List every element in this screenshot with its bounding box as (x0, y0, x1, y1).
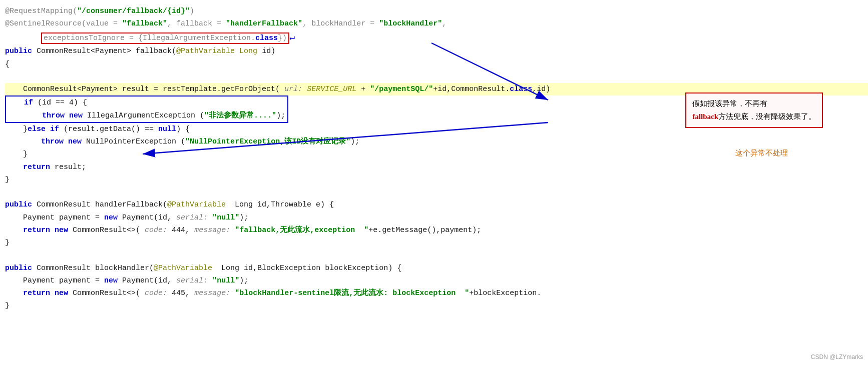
code-container: @RequestMapping("/consumer/fallback/{id}… (0, 0, 868, 366)
line-19: } (5, 236, 868, 249)
line-14: } (5, 174, 868, 186)
line-8: if (id == 4) { (6, 96, 285, 109)
line-20 (5, 249, 868, 262)
line-6 (5, 70, 868, 83)
orange-annotation: 这个异常不处理 (735, 148, 788, 159)
annotation-red-box: 假如报该异常，不再有 fallback方法兜底，没有降级效果了。 (685, 92, 823, 128)
line-23: return new CommonResult<>( code: 445, me… (5, 287, 868, 300)
annotation-line1: 假如报该异常，不再有 (692, 100, 767, 108)
line-11: throw new NullPointerException ("NullPoi… (5, 136, 868, 148)
line-15 (5, 186, 868, 198)
orange-text: 这个异常不处理 (735, 149, 788, 157)
line-22: Payment payment = new Payment(id, serial… (5, 274, 868, 287)
if-block-box: if (id == 4) { throw new IllegalArgument… (5, 96, 288, 123)
exceptions-annotation: exceptionsToIgnore = {IllegalArgumentExc… (44, 34, 287, 42)
annotation-sentinelresource: @SentinelResource(value = "fallback", fa… (5, 20, 447, 28)
fallback-text: fallback (692, 112, 718, 120)
line-18: return new CommonResult<>( code: 444, me… (5, 224, 868, 236)
exceptions-to-ignore-box: exceptionsToIgnore = {IllegalArgumentExc… (41, 32, 289, 44)
line-21: public CommonResult blockHandler(@PathVa… (5, 262, 868, 274)
annotation-requestmapping: @RequestMapping("/consumer/fallback/{id}… (5, 7, 194, 16)
line-3: exceptionsToIgnore = {IllegalArgumentExc… (5, 30, 868, 46)
line-13: return result; (5, 161, 868, 174)
annotation-line2-rest: 方法兜底，没有降级效果了。 (718, 112, 816, 120)
line-16: public CommonResult handlerFallback(@Pat… (5, 198, 868, 211)
line-17: Payment payment = new Payment(id, serial… (5, 212, 868, 224)
line-9: throw new IllegalArgumentException ("非法参… (6, 110, 285, 122)
line-4: public CommonResult<Payment> fallback(@P… (5, 45, 868, 58)
watermark: CSDN @LZYmarks (811, 352, 863, 362)
line-1: @RequestMapping("/consumer/fallback/{id}… (5, 5, 868, 18)
line-2: @SentinelResource(value = "fallback", fa… (5, 18, 868, 30)
line-5: { (5, 58, 868, 70)
annotation-line2: fallback方法兜底，没有降级效果了。 (692, 112, 816, 120)
line-24: } (5, 300, 868, 312)
